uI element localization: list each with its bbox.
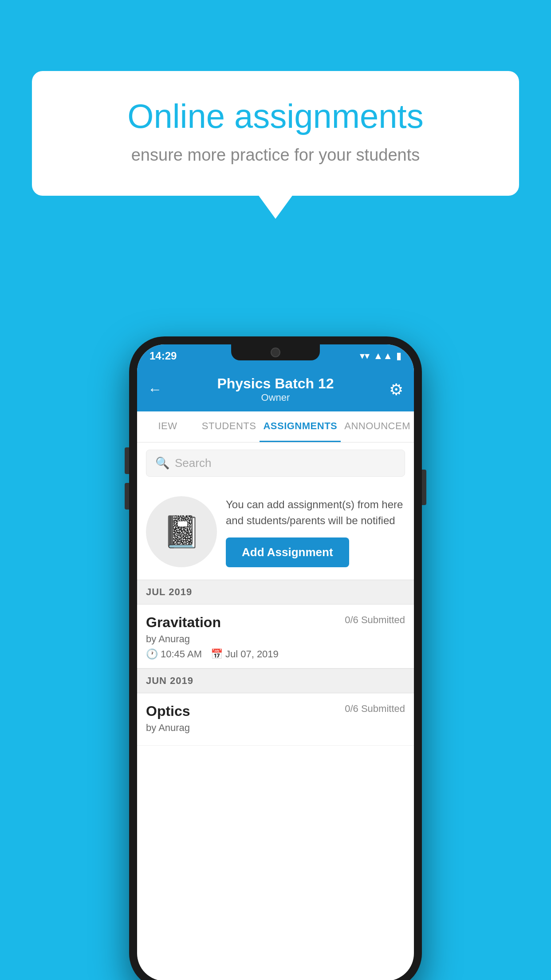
tab-students[interactable]: STUDENTS	[198, 411, 260, 442]
assignment-item-optics[interactable]: Optics 0/6 Submitted by Anurag	[137, 693, 414, 746]
wifi-icon: ▾▾	[360, 350, 370, 362]
phone-screen: 14:29 ▾▾ ▲▲ ▮ ← Physics Batch 12 Owner ⚙…	[137, 344, 414, 980]
promo-section: 📓 You can add assignment(s) from here an…	[137, 484, 414, 580]
speech-bubble: Online assignments ensure more practice …	[32, 71, 519, 196]
phone-frame: 14:29 ▾▾ ▲▲ ▮ ← Physics Batch 12 Owner ⚙…	[129, 336, 422, 980]
clock-icon: 🕐	[146, 648, 158, 660]
bubble-subtitle: ensure more practice for your students	[67, 146, 484, 165]
assignment-submitted-optics: 0/6 Submitted	[345, 703, 405, 715]
battery-icon: ▮	[396, 350, 401, 362]
speech-bubble-container: Online assignments ensure more practice …	[32, 71, 519, 196]
assignment-date-gravitation: 📅 Jul 07, 2019	[211, 648, 279, 660]
power-button	[422, 470, 426, 505]
volume-up-button	[125, 447, 129, 474]
search-icon: 🔍	[155, 456, 169, 470]
section-header-jun: JUN 2019	[137, 668, 414, 693]
assignment-top: Gravitation 0/6 Submitted	[146, 614, 405, 631]
notebook-icon: 📓	[162, 514, 201, 550]
volume-down-button	[125, 483, 129, 510]
assignment-item-gravitation[interactable]: Gravitation 0/6 Submitted by Anurag 🕐 10…	[137, 605, 414, 668]
search-bar[interactable]: 🔍 Search	[146, 450, 405, 477]
header-subtitle: Owner	[217, 392, 334, 403]
add-assignment-button[interactable]: Add Assignment	[226, 537, 349, 567]
signal-icon: ▲▲	[373, 350, 393, 362]
bubble-title: Online assignments	[67, 98, 484, 135]
tabs-bar: IEW STUDENTS ASSIGNMENTS ANNOUNCEM	[137, 411, 414, 443]
promo-text-area: You can add assignment(s) from here and …	[226, 497, 405, 567]
tab-iew[interactable]: IEW	[137, 411, 198, 442]
tab-assignments[interactable]: ASSIGNMENTS	[260, 411, 341, 442]
settings-button[interactable]: ⚙	[389, 380, 403, 399]
status-time: 14:29	[150, 350, 177, 362]
assignment-by-optics: by Anurag	[146, 722, 405, 734]
search-input[interactable]: Search	[175, 456, 211, 470]
status-icons: ▾▾ ▲▲ ▮	[360, 350, 401, 362]
tab-announcements[interactable]: ANNOUNCEM	[341, 411, 414, 442]
front-camera	[271, 348, 280, 357]
app-header: ← Physics Batch 12 Owner ⚙	[137, 368, 414, 411]
assignment-name-optics: Optics	[146, 703, 190, 719]
assignment-meta-gravitation: 🕐 10:45 AM 📅 Jul 07, 2019	[146, 648, 405, 660]
search-container: 🔍 Search	[137, 443, 414, 484]
header-center: Physics Batch 12 Owner	[217, 375, 334, 403]
assignment-icon-circle: 📓	[146, 496, 217, 567]
back-button[interactable]: ←	[148, 381, 162, 398]
assignment-submitted-gravitation: 0/6 Submitted	[345, 614, 405, 626]
phone-notch	[231, 344, 320, 360]
section-header-jul: JUL 2019	[137, 580, 414, 605]
promo-description: You can add assignment(s) from here and …	[226, 497, 405, 529]
header-title: Physics Batch 12	[217, 375, 334, 392]
assignment-name-gravitation: Gravitation	[146, 614, 221, 631]
assignment-top-optics: Optics 0/6 Submitted	[146, 703, 405, 719]
calendar-icon: 📅	[211, 648, 223, 660]
assignment-time-gravitation: 🕐 10:45 AM	[146, 648, 202, 660]
assignment-by-gravitation: by Anurag	[146, 633, 405, 645]
